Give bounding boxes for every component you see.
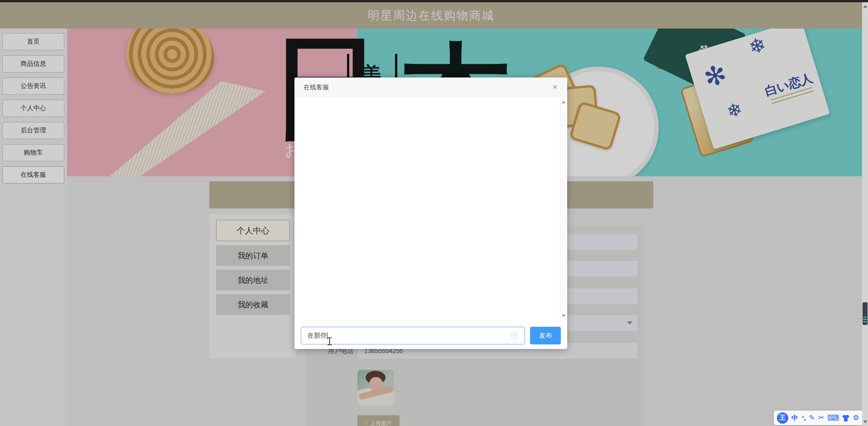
- skin-shirt-icon[interactable]: [842, 415, 849, 421]
- clear-input-icon[interactable]: ×: [511, 332, 518, 339]
- punctuation-mode-icon[interactable]: °,: [801, 415, 805, 421]
- ibeam-cursor: [327, 337, 332, 345]
- chat-scrollbar[interactable]: [560, 97, 567, 321]
- scrollbar-thumb-stripes: [863, 317, 867, 324]
- dialog-title: 在线客服: [304, 77, 329, 97]
- scrollbar-thumb[interactable]: [863, 302, 868, 325]
- customer-service-dialog: 在线客服 × 在那些 × 发布: [294, 77, 567, 349]
- close-icon[interactable]: ×: [550, 82, 560, 92]
- scroll-down-icon[interactable]: [863, 421, 867, 423]
- publish-button[interactable]: 发布: [530, 327, 561, 344]
- dialog-header: 在线客服 ×: [294, 77, 567, 97]
- scroll-down-icon[interactable]: [562, 315, 565, 317]
- keyboard-icon[interactable]: ⌨: [827, 414, 839, 422]
- ime-logo-icon[interactable]: 王: [777, 412, 788, 424]
- scroll-up-icon[interactable]: [562, 101, 565, 103]
- chat-message-area: [294, 97, 567, 321]
- scroll-up-icon[interactable]: [863, 5, 867, 8]
- handwriting-pen-icon[interactable]: ✎: [809, 414, 815, 421]
- dialog-footer: 在那些 × 发布: [294, 321, 567, 349]
- browser-scrollbar[interactable]: [862, 2, 868, 426]
- scissors-icon[interactable]: ✂: [818, 414, 824, 421]
- message-input[interactable]: 在那些: [301, 327, 525, 344]
- chinese-mode-icon[interactable]: 中: [791, 415, 798, 421]
- window-top-edge: [0, 0, 868, 2]
- message-input-value: 在那些: [308, 332, 327, 340]
- application-window: 明星周边在线购物商城 首页 商品信息 公告资讯 个人中心 后台管理 购物车 在线…: [0, 0, 868, 426]
- ime-toolbar: 王 中 °, ✎ ✂ ⌨ ⚙: [774, 411, 863, 425]
- gear-icon[interactable]: ⚙: [853, 414, 859, 421]
